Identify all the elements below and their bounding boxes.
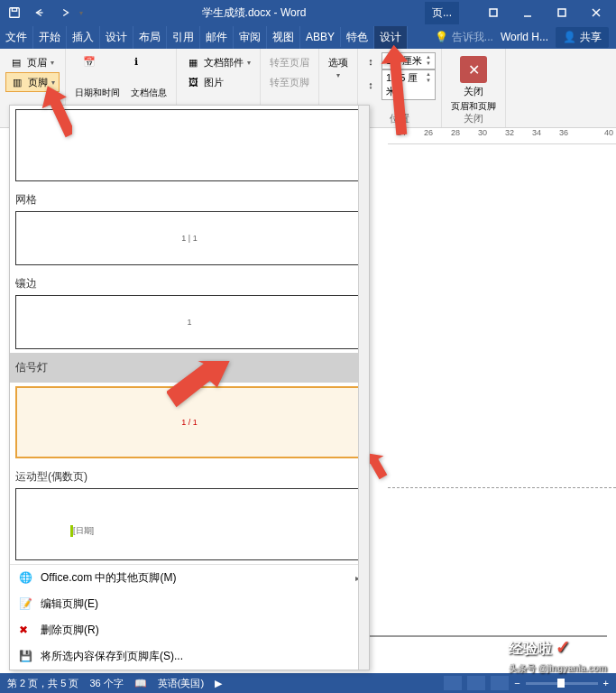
delete-icon: ✖: [19, 624, 33, 638]
close-label1: 关闭: [464, 85, 483, 98]
goto-header-label: 转至页眉: [270, 56, 309, 69]
tab-mail[interactable]: 邮件: [200, 26, 234, 49]
sport-content: [日期]: [70, 525, 94, 537]
delete-footer-label: 删除页脚(R): [41, 623, 99, 638]
save-gallery-icon: 💾: [19, 650, 33, 664]
options-button[interactable]: 选项 ▾: [325, 52, 352, 83]
close-label2: 页眉和页脚: [451, 100, 496, 113]
svg-rect-0: [10, 8, 20, 18]
context-tab-header[interactable]: 页...: [425, 2, 459, 24]
edit-icon: 📝: [19, 597, 33, 612]
macro-icon[interactable]: ▶: [215, 678, 222, 689]
share-button[interactable]: 👤 共享: [556, 27, 609, 48]
calendar-icon: 📅: [83, 56, 112, 85]
group-close: ✕ 关闭 页眉和页脚 关闭: [442, 49, 506, 127]
grid-content: 1 | 1: [181, 234, 197, 243]
language[interactable]: 英语(美国): [158, 677, 204, 690]
tab-layout[interactable]: 布局: [133, 26, 167, 49]
delete-footer[interactable]: ✖ 删除页脚(R): [10, 617, 369, 643]
header-icon: ▤: [9, 55, 23, 69]
web-layout-button[interactable]: [491, 676, 509, 690]
read-mode-button[interactable]: [444, 676, 462, 690]
document-title: 学生成绩.docx - Word: [83, 5, 425, 21]
tab-view[interactable]: 视图: [267, 26, 300, 49]
date-time-button[interactable]: 📅 日期和时间: [71, 52, 124, 103]
office-more-label: Office.com 中的其他页脚(M): [41, 570, 176, 586]
save-gallery-label: 将所选内容保存到页脚库(S)...: [41, 649, 183, 664]
watermark-main: 经验啦: [509, 641, 552, 656]
zoom-in-button[interactable]: +: [603, 678, 609, 688]
chevron-down-icon: ▾: [247, 59, 251, 67]
checkmark-icon: ✓: [556, 637, 571, 657]
goto-header-button: 转至页眉: [266, 52, 313, 72]
signal-content: 1 / 1: [181, 418, 198, 427]
annotation-arrow-2: [374, 45, 410, 139]
tab-references[interactable]: 引用: [167, 26, 200, 49]
ruler-tick: 34: [532, 128, 541, 137]
ruler-tick: 32: [505, 128, 514, 137]
doc-parts-label: 文档部件: [204, 56, 244, 69]
word-count[interactable]: 36 个字: [89, 677, 123, 690]
save-button[interactable]: [4, 2, 25, 23]
edit-footer[interactable]: 📝 编辑页脚(E): [10, 591, 369, 617]
ruler[interactable]: 24 26 28 30 32 34 36 40: [388, 128, 616, 144]
share-label: 共享: [580, 30, 602, 45]
preview-label-sport: 运动型(偶数页): [15, 466, 363, 488]
statusbar: 第 2 页，共 5 页 36 个字 📖 英语(美国) ▶ − +: [0, 673, 616, 693]
ruler-tick: 26: [424, 128, 433, 137]
preview-label-border: 镶边: [15, 273, 363, 295]
date-time-label: 日期和时间: [75, 87, 120, 99]
tell-me-search[interactable]: 💡 告诉我...: [435, 30, 493, 45]
border-content: 1: [187, 318, 191, 327]
lightbulb-icon: 💡: [435, 31, 448, 43]
ribbon-tabs: 文件 开始 插入 设计 布局 引用 邮件 审阅 视图 ABBY 特色 设计 💡 …: [0, 25, 616, 49]
dropdown-scrollbar[interactable]: [358, 106, 369, 670]
share-icon: 👤: [563, 31, 576, 43]
office-more-footers[interactable]: 🌐 Office.com 中的其他页脚(M) ▸: [10, 565, 369, 591]
svg-marker-9: [167, 361, 239, 409]
tab-design[interactable]: 设计: [100, 26, 133, 49]
doc-info-button[interactable]: ℹ 文档信息: [127, 52, 170, 103]
parts-icon: ▦: [186, 55, 200, 69]
page-count[interactable]: 第 2 页，共 5 页: [7, 677, 78, 690]
tab-abby[interactable]: ABBY: [300, 27, 341, 47]
svg-rect-4: [558, 9, 565, 16]
footer-preview-border[interactable]: 1: [15, 295, 363, 349]
ribbon-options-button[interactable]: [477, 2, 510, 23]
picture-label: 图片: [204, 76, 224, 89]
annotation-arrow-4: [370, 451, 397, 491]
tab-special[interactable]: 特色: [341, 26, 374, 49]
close-header-footer-button[interactable]: ✕ 关闭 页眉和页脚: [447, 52, 500, 116]
doc-parts-button[interactable]: ▦ 文档部件 ▾: [182, 52, 254, 72]
ruler-tick: 28: [451, 128, 460, 137]
redo-button[interactable]: [54, 2, 76, 23]
spellcheck-icon[interactable]: 📖: [134, 678, 147, 689]
window-controls: [477, 2, 616, 23]
quick-access-toolbar: ▾: [0, 2, 83, 23]
zoom-slider[interactable]: [526, 682, 598, 685]
preview-label-grid: 网格: [15, 189, 363, 211]
tell-me-label: 告诉我...: [452, 30, 493, 45]
tab-review[interactable]: 审阅: [234, 26, 267, 49]
picture-icon: 🖼: [186, 75, 200, 89]
footer-preview-grid[interactable]: 1 | 1: [15, 211, 363, 265]
minimize-button[interactable]: [511, 2, 544, 23]
undo-button[interactable]: [29, 2, 51, 23]
maximize-button[interactable]: [546, 2, 578, 23]
zoom-out-button[interactable]: −: [514, 678, 519, 688]
tab-home[interactable]: 开始: [33, 26, 67, 49]
header-button[interactable]: ▤ 页眉 ▾: [5, 52, 60, 72]
edit-footer-label: 编辑页脚(E): [41, 596, 98, 612]
annotation-arrow-1: [36, 86, 72, 143]
tab-insert[interactable]: 插入: [67, 26, 100, 49]
footer-preview-sport[interactable]: [日期]: [15, 488, 363, 560]
watermark: 经验啦 ✓ 头条号 @jingyanla.com: [509, 636, 607, 675]
print-layout-button[interactable]: [467, 676, 485, 690]
save-to-gallery[interactable]: 💾 将所选内容保存到页脚库(S)...: [10, 643, 369, 670]
chevron-down-icon: ▾: [51, 59, 54, 67]
svg-marker-10: [370, 451, 392, 482]
tab-file[interactable]: 文件: [0, 26, 33, 49]
account-name[interactable]: World H...: [501, 31, 548, 43]
picture-button[interactable]: 🖼 图片: [182, 72, 254, 92]
close-button[interactable]: [580, 2, 612, 23]
